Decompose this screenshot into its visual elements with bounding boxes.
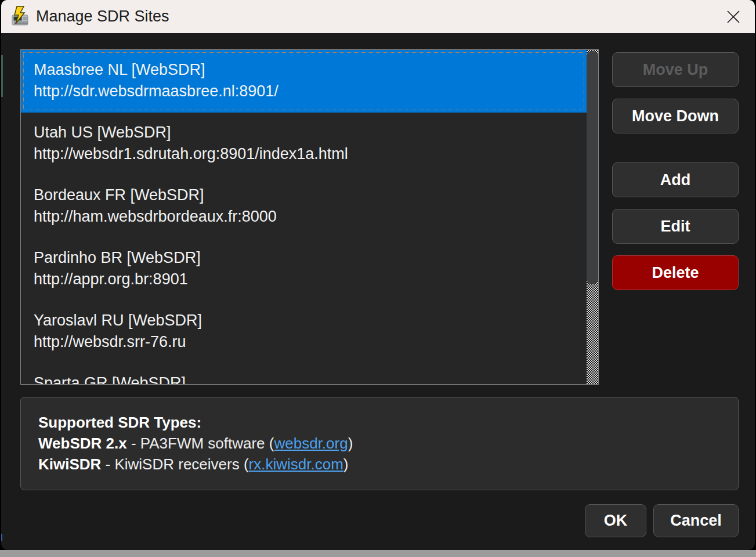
site-url: http://websdr.srr-76.ru [34, 331, 587, 353]
ok-button[interactable]: OK [585, 504, 646, 537]
info-heading: Supported SDR Types: [38, 412, 738, 433]
site-name: Bordeaux FR [WebSDR] [34, 185, 587, 206]
list-item[interactable]: Bordeaux FR [WebSDR] http://ham.websdrbo… [21, 175, 587, 238]
title-bar[interactable]: Manage SDR Sites [1, 0, 755, 33]
close-button[interactable] [720, 3, 747, 30]
background-window-sliver [1, 534, 2, 541]
websdr-org-link[interactable]: websdr.org [274, 435, 348, 452]
list-item[interactable]: Maasbree NL [WebSDR] http://sdr.websdrma… [21, 50, 587, 113]
cancel-button[interactable]: Cancel [653, 504, 739, 537]
delete-button[interactable]: Delete [612, 255, 739, 290]
scrollbar-track[interactable] [587, 50, 598, 384]
sdr-type-suffix: ) [348, 435, 353, 452]
move-up-button[interactable]: Move Up [612, 52, 739, 87]
site-name: Maasbree NL [WebSDR] [34, 59, 587, 81]
move-down-button[interactable]: Move Down [612, 99, 739, 133]
sdr-site-list: Maasbree NL [WebSDR] http://sdr.websdrma… [21, 50, 587, 384]
site-name: Pardinho BR [WebSDR] [34, 247, 587, 269]
background-window-edge [0, 550, 756, 557]
sdr-type-desc: - KiwiSDR receivers ( [101, 455, 248, 473]
info-row-websdr: WebSDR 2.x - PA3FWM software (websdr.org… [38, 433, 738, 454]
sdr-site-listbox: Maasbree NL [WebSDR] http://sdr.websdrma… [20, 49, 599, 385]
close-x-icon [726, 9, 741, 24]
screen: Manage SDR Sites Maasbree NL [WebSDR] ht… [0, 0, 756, 557]
background-window-sliver [1, 55, 3, 97]
manage-sdr-sites-dialog: Manage SDR Sites Maasbree NL [WebSDR] ht… [1, 0, 755, 550]
list-item[interactable]: Utah US [WebSDR] http://websdr1.sdrutah.… [21, 113, 587, 175]
sdr-app-icon [8, 5, 31, 28]
list-item[interactable]: Yaroslavl RU [WebSDR] http://websdr.srr-… [21, 301, 587, 363]
supported-sdr-types-panel: Supported SDR Types: WebSDR 2.x - PA3FWM… [20, 397, 739, 490]
list-item[interactable]: Pardinho BR [WebSDR] http://appr.org.br:… [21, 238, 587, 301]
list-item[interactable]: Sparta GR [WebSDR] [21, 363, 587, 384]
add-button[interactable]: Add [612, 162, 739, 197]
sdr-type-name: KiwiSDR [38, 455, 101, 473]
sdr-type-desc: - PA3FWM software ( [127, 435, 274, 452]
sdr-type-name: WebSDR 2.x [38, 435, 127, 452]
site-url: http://appr.org.br:8901 [34, 269, 587, 290]
window-title: Manage SDR Sites [36, 0, 169, 33]
site-url: http://websdr1.sdrutah.org:8901/index1a.… [34, 143, 587, 165]
site-url: http://ham.websdrbordeaux.fr:8000 [34, 206, 587, 227]
site-name: Utah US [WebSDR] [34, 122, 587, 143]
scrollbar-thumb[interactable] [587, 51, 598, 284]
kiwisdr-link[interactable]: rx.kiwisdr.com [249, 455, 343, 473]
site-name: Sparta GR [WebSDR] [34, 372, 587, 384]
site-name: Yaroslavl RU [WebSDR] [34, 310, 587, 331]
site-url: http://sdr.websdrmaasbree.nl:8901/ [34, 81, 587, 102]
info-row-kiwisdr: KiwiSDR - KiwiSDR receivers (rx.kiwisdr.… [38, 454, 738, 475]
edit-button[interactable]: Edit [612, 209, 739, 244]
sdr-type-suffix: ) [343, 455, 349, 473]
